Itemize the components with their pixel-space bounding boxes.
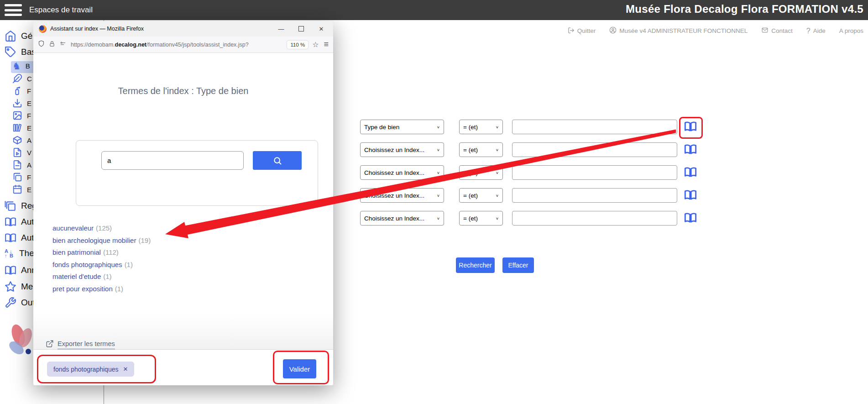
index-assistant-button-2[interactable] (683, 143, 698, 157)
terms-list: aucunevaleur(125) bien archeologique mob… (52, 222, 151, 295)
index-assistant-button-5[interactable] (683, 211, 698, 225)
search-icon (273, 156, 282, 165)
sidebar-item-autorites-1[interactable]: Aut (5, 216, 34, 228)
registry-stack-icon (5, 200, 16, 212)
sidebar-subitem-3[interactable]: F (12, 86, 31, 96)
sidebar-item-autorites-2[interactable]: Aut (5, 232, 34, 244)
user-icon (609, 26, 617, 35)
effacer-button[interactable]: Effacer (502, 257, 534, 273)
sidebar-subitem-8[interactable]: V (12, 147, 31, 157)
sidebar-subitem-9[interactable]: A (12, 160, 31, 170)
open-book-icon (683, 143, 698, 156)
index-select-4[interactable]: Choisissez un Index...∨ (360, 188, 444, 203)
apropos-link[interactable]: A propos (839, 27, 863, 34)
operator-select-2[interactable]: = (et)∨ (459, 142, 503, 157)
sidebar-subitem-5[interactable]: F (12, 110, 31, 121)
minimize-icon[interactable]: — (277, 26, 285, 32)
user-account[interactable]: Musée v4 ADMINISTRATEUR FONCTIONNEL (609, 26, 748, 35)
criteria-input-1[interactable] (512, 120, 677, 134)
sidebar-subitem-6[interactable]: E (12, 123, 31, 133)
shield-icon[interactable] (38, 40, 45, 49)
operator-select-4[interactable]: = (et)∨ (459, 188, 503, 203)
zoom-level-badge[interactable]: 110 % (287, 41, 308, 49)
sidebar-item-annexes[interactable]: Ann (5, 264, 37, 276)
sidebar-item-favoris[interactable]: Mes (5, 281, 37, 293)
operator-select-3[interactable]: = (et)∨ (459, 165, 503, 180)
close-icon[interactable]: ✕ (318, 26, 325, 32)
sidebar-subitem-10[interactable]: F (12, 172, 31, 182)
index-select-1[interactable]: Type de bien∨ (360, 120, 444, 134)
term-search-input[interactable] (101, 151, 244, 170)
video-document-icon (12, 147, 22, 157)
sidebar-subitem-7[interactable]: A (12, 135, 31, 145)
browser-menu-icon[interactable]: ≡ (324, 40, 329, 49)
permissions-icon[interactable] (59, 41, 67, 49)
index-assistant-button-3[interactable] (683, 166, 698, 179)
address-url[interactable]: https://demobam.decalog.net/formationv45… (71, 42, 283, 48)
bookmark-star-icon[interactable]: ☆ (312, 40, 319, 49)
maximize-icon[interactable] (298, 26, 304, 31)
workspace-label: Espaces de travail (29, 5, 93, 15)
operator-select-5[interactable]: = (et)∨ (459, 211, 503, 226)
aide-link[interactable]: ? Aide (806, 27, 826, 35)
sidebar-subitem-1[interactable]: ♞ B (12, 61, 30, 71)
chevron-down-icon: ∨ (437, 216, 440, 220)
criteria-input-5[interactable] (512, 211, 677, 226)
sidebar-item-outils[interactable]: Out (5, 297, 35, 309)
open-book-icon (683, 211, 698, 224)
chess-knight-icon: ♞ (12, 61, 21, 71)
chevron-down-icon: ∨ (496, 216, 499, 220)
top-bar: Espaces de travail Musée Flora Decalog F… (0, 0, 868, 20)
menu-icon[interactable] (5, 4, 22, 16)
sidebar-subitem-11[interactable]: E (12, 184, 31, 194)
chevron-down-icon: ∨ (496, 125, 499, 129)
rechercher-button[interactable]: Rechercher (456, 257, 495, 273)
cards-stack-icon (12, 172, 22, 182)
term-item[interactable]: aucunevaleur(125) (52, 222, 151, 235)
term-item[interactable]: pret pour exposition(1) (52, 283, 151, 295)
firefox-icon (39, 25, 47, 33)
open-book-icon (683, 189, 698, 201)
flora-logo (5, 322, 37, 361)
sidebar-item-base[interactable]: Bas (5, 46, 36, 58)
chevron-down-icon: ∨ (437, 194, 440, 198)
sidebar-subitem-4[interactable]: E (12, 98, 31, 108)
open-book-icon (5, 216, 16, 228)
operator-select-1[interactable]: = (et)∨ (459, 120, 503, 134)
index-select-2[interactable]: Choisissez un Index...∨ (360, 142, 444, 157)
criteria-input-2[interactable] (512, 142, 677, 157)
search-panel (76, 140, 318, 206)
index-select-5[interactable]: Choisissez un Index...∨ (360, 211, 444, 226)
chevron-down-icon: ∨ (437, 148, 440, 152)
chevron-down-icon: ∨ (437, 171, 440, 175)
chevron-down-icon: ∨ (496, 171, 499, 175)
export-terms-link[interactable]: Exporter les termes (46, 340, 115, 350)
annotation-box-book-icon (679, 117, 703, 139)
term-search-button[interactable] (253, 151, 302, 170)
index-assistant-button-4[interactable] (683, 189, 698, 202)
index-select-3[interactable]: Choisissez un Index...∨ (360, 165, 444, 180)
sidebar-subitem-2[interactable]: C (12, 73, 32, 84)
screen: { "topbar": { "workspace_label": "Espace… (0, 0, 868, 404)
open-box-icon (12, 135, 22, 145)
term-item[interactable]: materiel d'etude(1) (52, 271, 151, 283)
image-icon (12, 110, 22, 121)
term-item[interactable]: bien patrimonial(112) (52, 247, 151, 259)
criteria-input-4[interactable] (512, 188, 677, 203)
annotation-box-chip (37, 355, 156, 383)
url-bar: https://demobam.decalog.net/formationv45… (33, 37, 333, 53)
sidebar-border-segment (104, 385, 104, 404)
sidebar-item-registres[interactable]: Reg (5, 200, 37, 212)
term-item[interactable]: fonds photographiques(1) (52, 259, 151, 271)
contact-link[interactable]: Contact (761, 27, 793, 35)
lock-icon[interactable] (49, 41, 55, 49)
criteria-input-3[interactable] (512, 165, 677, 180)
window-titlebar: Assistant sur index — Mozilla Firefox — … (33, 21, 333, 37)
sidebar-item-general[interactable]: Gé (5, 30, 32, 42)
sidebar-item-thesaurus[interactable]: A↓↑B The (5, 248, 34, 258)
sort-ab-icon: A↓↑B (5, 249, 15, 258)
extinguisher-icon (12, 86, 22, 96)
app-title: Musée Flora Decalog Flora FORMATION v4.5 (626, 3, 863, 16)
quitter-link[interactable]: Quitter (568, 27, 596, 35)
term-item[interactable]: bien archeologique mobilier(19) (52, 235, 151, 247)
